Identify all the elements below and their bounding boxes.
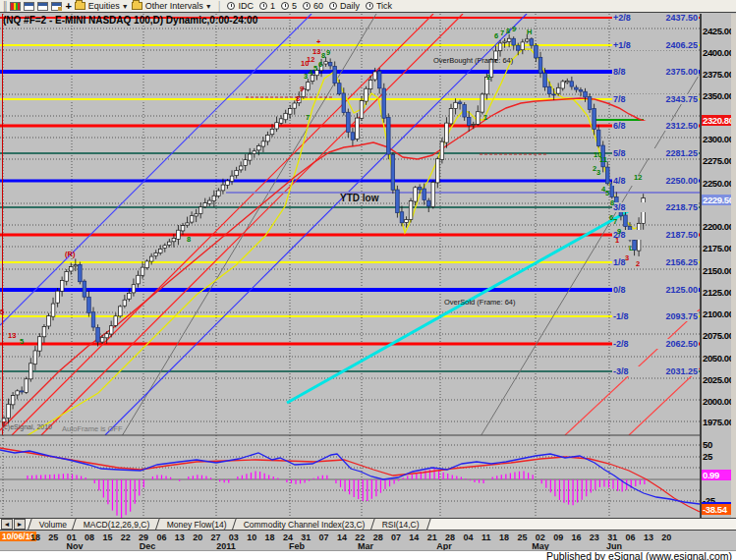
tab-commodity-channel-index-23-c-[interactable]: Commodity Channel Index(23,C) <box>232 518 377 530</box>
date-tick-label: 06 <box>626 532 636 542</box>
status-bar: Published by eSignal (www.esignal.com) <box>0 550 736 560</box>
date-tick-label: 22 <box>121 532 131 542</box>
tab-label: Money Flow(14) <box>167 520 227 530</box>
bar-count-marker: 5 <box>0 308 4 315</box>
date-tick-label: 28 <box>373 532 383 542</box>
bar-count-marker: 7 <box>613 218 617 225</box>
date-tick-label: 21 <box>427 532 437 542</box>
date-tick-label: 25 <box>48 532 58 542</box>
bar-count-marker: 8 <box>187 236 191 243</box>
esignal-chart-window: ║ + Equities ▼ Other Intervals ▼ │ IDC15… <box>0 0 736 560</box>
price-scale-label: 2100.00 <box>703 309 734 319</box>
price-scale-label: 2025.00 <box>703 375 734 385</box>
price-scale-label: 2375.00 <box>703 70 734 80</box>
price-scale-label: 2400.00 <box>703 48 734 58</box>
price-scale-label: 50 <box>703 440 712 450</box>
tab-label: Commodity Channel Index(23,C) <box>244 520 366 530</box>
price-badge: 0.99 <box>702 470 732 480</box>
bar-count-marker: 13 <box>8 332 16 339</box>
bar-count-marker: 2 <box>636 260 640 267</box>
price-badge: 2320.80 <box>702 115 732 126</box>
tab-scroll-right-button[interactable]: ► <box>14 519 26 530</box>
price-scale-label: 2000.00 <box>703 397 734 407</box>
price-scale-label: 25 <box>703 452 712 462</box>
bar-count-marker: 12 <box>634 174 642 181</box>
tab-money-flow-14-[interactable]: Money Flow(14) <box>155 518 239 530</box>
bar-count-marker: 7 <box>306 114 310 121</box>
bar-count-marker: 8 <box>321 52 325 59</box>
murrey-line-label: -2/82062.50 <box>612 339 699 349</box>
bar-count-marker: 1 <box>615 237 619 244</box>
price-scale-label: 2250.00 <box>703 179 734 189</box>
date-tick-label: 14 <box>409 532 419 542</box>
bar-count-marker: 9 <box>300 85 304 92</box>
price-scale-label: 2275.00 <box>703 156 734 166</box>
bar-count-marker: 6 <box>318 61 322 68</box>
murrey-line-label: -3/82031.25 <box>612 366 699 376</box>
date-tick-label: 13 <box>644 532 653 542</box>
copyright-label: (c)eSignal, 2010 <box>2 423 52 430</box>
date-axis[interactable]: 10/06/10 1825010815222906132027031018243… <box>0 532 736 550</box>
murrey-line-label: 5/82281.25 <box>612 148 699 158</box>
bar-count-marker: 5 <box>313 65 317 72</box>
published-by-text: Published by eSignal (www.esignal.com) <box>546 550 732 560</box>
tab-macd-12-26-9-c-[interactable]: MACD(12,26,9,C) <box>72 518 161 530</box>
tab-label: RSI(14,C) <box>381 520 419 530</box>
date-tick-label: 20 <box>661 532 671 542</box>
bar-count-marker: 9 <box>512 26 516 32</box>
murrey-line-label: +1/82406.25 <box>612 40 699 50</box>
tab-label: MACD(12,26,9,C) <box>84 520 150 530</box>
price-scale-label: 2350.00 <box>703 91 734 101</box>
bar-count-marker: 3 <box>304 73 308 80</box>
bar-count-marker: 3 <box>625 254 629 261</box>
ytd-low-label: YTD low <box>340 193 378 203</box>
bar-count-marker: 12 <box>307 56 314 63</box>
bar-count-marker: 6 <box>494 32 498 39</box>
autoframe-label: AutoFrame is OFF <box>62 424 123 433</box>
bar-count-marker: 7 <box>500 29 504 36</box>
price-scale[interactable]: 2425.002400.002375.002350.002300.002275.… <box>701 14 731 518</box>
murrey-line-label: 4/82250.00 <box>612 176 699 186</box>
bar-count-marker: 1 <box>483 114 487 121</box>
overbought-label: OverBought (Frame: 64) <box>433 56 513 65</box>
murrey-line-label: +2/82437.50 <box>612 13 699 23</box>
date-tick-label: 04 <box>463 532 473 542</box>
date-tick-label: 06 <box>156 532 166 542</box>
price-scale-label: 2075.00 <box>703 331 734 341</box>
date-tick-label: 08 <box>85 532 94 542</box>
murrey-line-label: 6/82312.50 <box>612 121 699 131</box>
price-scale-label: 2050.00 <box>703 354 734 364</box>
tab-rsi-14-c-[interactable]: RSI(14,C) <box>370 518 431 530</box>
date-tick-label: 15 <box>102 532 112 542</box>
date-tick-label: 18 <box>30 532 40 542</box>
price-scale-label: 2425.00 <box>703 27 734 36</box>
bar-count-marker: 4 <box>309 69 312 76</box>
price-scale-label: 2200.00 <box>703 222 734 232</box>
chart-canvas[interactable] <box>0 0 736 560</box>
price-badge: -38.54 <box>702 504 732 515</box>
price-scale-label: 2150.00 <box>703 266 734 276</box>
window-edge <box>731 14 736 518</box>
price-scale-label: 2125.00 <box>703 288 734 298</box>
tab-label: Volume <box>39 520 67 530</box>
date-tick-label: 10 <box>247 532 256 542</box>
bar-count-marker: 5 <box>20 338 24 345</box>
date-tick-label: 07 <box>319 532 329 542</box>
bar-count-marker: 8 <box>610 199 614 206</box>
bar-count-marker: 2 <box>486 74 490 81</box>
bar-count-marker: 3 <box>596 169 600 176</box>
date-tick-label: 13 <box>175 532 185 542</box>
murrey-line-label: 3/82218.75 <box>612 202 699 212</box>
price-scale-label: 2300.00 <box>703 135 734 144</box>
oversold-label: OverSold (Frame: 64) <box>444 298 516 307</box>
date-tick-label: 25 <box>517 532 527 542</box>
bar-count-marker: 9 <box>617 228 621 235</box>
price-scale-label: 1975.00 <box>703 418 734 427</box>
date-tick-label: 09 <box>553 532 563 542</box>
chart-title: (NQ #F=2 - E-MINI NASDAQ 100,D) Dynamic,… <box>3 15 257 26</box>
date-tick-label: 14 <box>337 532 347 542</box>
tab-scroll-left-button[interactable]: ◄ <box>1 519 13 530</box>
study-tab-bar: ◄ ► VolumeMACD(12,26,9,C)Money Flow(14)C… <box>0 518 736 531</box>
murrey-line-label: 0/82125.00 <box>612 285 699 295</box>
bar-count-marker: (R) <box>65 251 75 257</box>
